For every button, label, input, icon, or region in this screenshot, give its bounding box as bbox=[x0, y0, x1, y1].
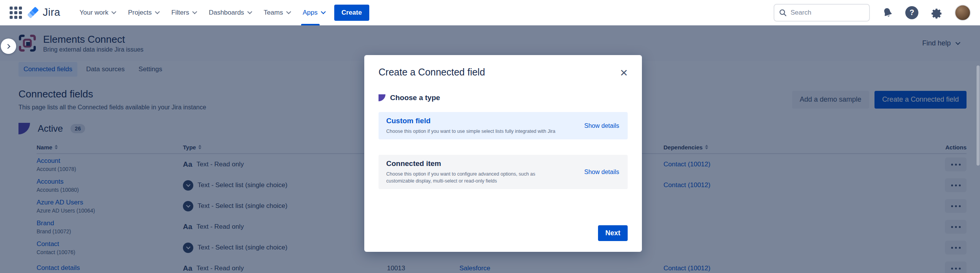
nav-item-teams[interactable]: Teams bbox=[258, 0, 295, 25]
close-icon[interactable]: × bbox=[617, 64, 631, 80]
user-avatar[interactable] bbox=[955, 5, 971, 21]
chevron-down-icon bbox=[192, 9, 197, 14]
help-button[interactable]: ? bbox=[905, 6, 918, 19]
notifications-button[interactable] bbox=[881, 7, 894, 19]
option-description: Choose this option if you want to config… bbox=[386, 171, 556, 184]
show-details-link[interactable]: Show details bbox=[584, 122, 619, 129]
step-title: Choose a type bbox=[390, 94, 440, 102]
chevron-right-icon bbox=[5, 44, 10, 49]
jira-logo[interactable]: Jira bbox=[28, 7, 60, 18]
chevron-down-icon bbox=[321, 9, 326, 14]
create-button[interactable]: Create bbox=[334, 5, 369, 21]
option-title: Connected item bbox=[386, 159, 620, 168]
search-icon bbox=[779, 9, 787, 17]
flag-icon bbox=[379, 94, 385, 101]
chevron-down-icon bbox=[247, 9, 252, 14]
type-options: Custom field Choose this option if you w… bbox=[379, 102, 628, 189]
next-button[interactable]: Next bbox=[598, 225, 628, 241]
nav-item-dashboards[interactable]: Dashboards bbox=[203, 0, 256, 25]
search-box[interactable] bbox=[774, 4, 870, 22]
sidebar-expand-button[interactable] bbox=[1, 39, 16, 54]
nav-item-apps[interactable]: Apps bbox=[297, 0, 330, 25]
gear-icon bbox=[930, 6, 943, 19]
primary-nav: Your workProjectsFiltersDashboardsTeamsA… bbox=[74, 0, 330, 25]
modal-footer: Next bbox=[379, 225, 628, 241]
settings-button[interactable] bbox=[930, 6, 943, 19]
type-option-card[interactable]: Connected item Choose this option if you… bbox=[379, 155, 628, 189]
nav-item-projects[interactable]: Projects bbox=[122, 0, 163, 25]
bell-icon bbox=[881, 7, 894, 19]
chevron-down-icon bbox=[286, 9, 291, 14]
type-option-card[interactable]: Custom field Choose this option if you w… bbox=[379, 112, 628, 139]
modal-header: Create a Connected field × bbox=[379, 67, 628, 80]
show-details-link[interactable]: Show details bbox=[584, 169, 619, 176]
option-description: Choose this option if you want to use si… bbox=[386, 128, 602, 135]
nav-item-your-work[interactable]: Your work bbox=[74, 0, 121, 25]
nav-item-filters[interactable]: Filters bbox=[166, 0, 201, 25]
app-switcher-icon[interactable] bbox=[9, 6, 22, 19]
nav-right-cluster: ? bbox=[774, 4, 971, 22]
jira-mark-icon bbox=[28, 7, 39, 18]
step-header: Choose a type bbox=[379, 94, 628, 102]
top-navigation: Jira Your workProjectsFiltersDashboardsT… bbox=[0, 0, 980, 25]
chevron-down-icon bbox=[112, 9, 117, 14]
create-connected-field-modal: Create a Connected field × Choose a type… bbox=[364, 55, 642, 252]
question-mark-icon: ? bbox=[905, 6, 918, 19]
modal-title: Create a Connected field bbox=[379, 67, 485, 78]
scrollbar-thumb[interactable] bbox=[977, 65, 980, 166]
chevron-down-icon bbox=[155, 9, 160, 14]
search-input[interactable] bbox=[791, 9, 860, 17]
jira-wordmark: Jira bbox=[43, 7, 60, 18]
